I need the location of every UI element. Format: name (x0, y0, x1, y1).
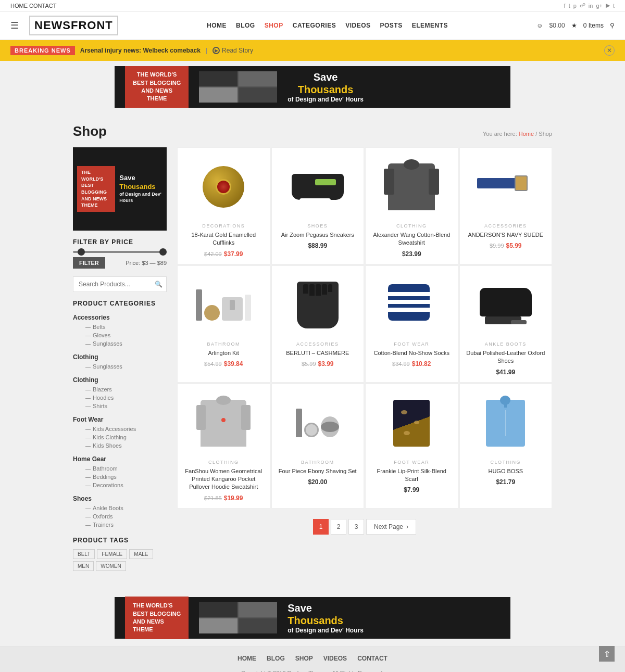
main-nav: HOME BLOG SHOP CATEGORIES VIDEOS POSTS E… (207, 22, 448, 29)
slider-thumb-right[interactable] (159, 248, 167, 256)
rss-icon[interactable]: ▶ (606, 2, 610, 9)
cat-shirts[interactable]: Shirts (79, 402, 167, 410)
nav-shop[interactable]: SHOP (265, 22, 283, 29)
cat-trainers[interactable]: Trainers (79, 521, 167, 529)
footer-blog-link[interactable]: BLOG (267, 655, 285, 662)
product-card-shaving-set[interactable]: BATHROOM Four Piece Ebony Shaving Set $2… (271, 384, 365, 509)
read-story-link[interactable]: ▶ Read Story (213, 47, 253, 54)
cat-clothing-sunglasses[interactable]: Sunglasses (79, 362, 167, 371)
cat-kids-accessories[interactable]: Kids Accessories (79, 425, 167, 433)
product-card-kit[interactable]: BATHROOM Arlington Kit $54.99$39.84 (177, 265, 270, 383)
hamburger-menu[interactable]: ☰ (10, 20, 19, 31)
ad-banner-bottom[interactable]: THE WORLD'S BEST BLOGGING AND NEWS THEME… (115, 597, 510, 639)
product-name-0: 18-Karat Gold Enamelled Cufflinks (183, 231, 265, 247)
breaking-close-button[interactable]: ✕ (604, 45, 615, 56)
header: ☰ NEWSFRONT HOME BLOG SHOP CATEGORIES VI… (0, 11, 625, 40)
cat-sunglasses[interactable]: Sunglasses (79, 339, 167, 348)
price-slider-track[interactable] (73, 251, 167, 253)
cart-amount[interactable]: $0.00 (549, 22, 565, 29)
product-price-1: $88.99 (277, 242, 359, 249)
tumblr-icon[interactable]: t (613, 3, 615, 9)
cat-accessories[interactable]: Accessories (73, 312, 167, 323)
cat-kids-shoes[interactable]: Kids Shoes (79, 441, 167, 450)
footer-contact-link[interactable]: CONTACT (357, 655, 388, 662)
cat-ankle-boots[interactable]: Ankle Boots (79, 504, 167, 512)
cat-blazers[interactable]: Blazers (79, 385, 167, 394)
back-to-top-button[interactable]: ⇧ (599, 646, 615, 662)
sidebar-ad[interactable]: THE WORLD'S BEST BLOGGING AND NEWS THEME… (73, 147, 167, 231)
page-2-button[interactable]: 2 (331, 519, 346, 535)
cat-home-gear[interactable]: Home Gear (73, 454, 167, 464)
cat-belts[interactable]: Belts (79, 323, 167, 331)
instagram-icon[interactable]: ☍ (580, 2, 585, 9)
slider-thumb-left[interactable] (78, 248, 85, 256)
topbar-contact-link[interactable]: CONTACT (29, 3, 56, 9)
breadcrumb-current: Shop (539, 131, 552, 137)
page-3-button[interactable]: 3 (348, 519, 364, 535)
search-icon[interactable]: ⚲ (610, 22, 615, 29)
footer: HOME BLOG SHOP VIDEOS CONTACT Copyright … (0, 646, 625, 672)
page-1-button[interactable]: 1 (313, 519, 329, 535)
product-card-oxford-shoes[interactable]: ANKLE BOOTS Dubai Polished-Leather Oxfor… (459, 265, 553, 383)
product-card-cufflinks[interactable]: DECORATIONS 18-Karat Gold Enamelled Cuff… (177, 147, 270, 264)
pinterest-icon[interactable]: p (573, 3, 577, 9)
product-category-9: BATHROOM (277, 460, 359, 465)
product-card-sneakers[interactable]: SHOES Air Zoom Pegasus Sneakers $88.99 (271, 147, 365, 264)
product-category-3: ACCESSORIES (465, 223, 547, 229)
nav-categories[interactable]: CATEGORIES (293, 22, 336, 29)
cat-kids-clothing[interactable]: Kids Clothing (79, 433, 167, 441)
twitter-icon[interactable]: t (569, 3, 570, 9)
search-input[interactable] (73, 276, 167, 292)
cat-gloves[interactable]: Gloves (79, 331, 167, 339)
sidebar-ad-text: THE WORLD'S BEST BLOGGING AND NEWS THEME (77, 166, 115, 212)
product-category-10: FOOT WEAR (371, 460, 453, 465)
product-card-socks[interactable]: FOOT WEAR Cotton-Blend No-Show Socks $34… (365, 265, 458, 383)
product-card-sweatshirt[interactable]: CLOTHING Alexander Wang Cotton-Blend Swe… (365, 147, 458, 264)
footer-nav: HOME BLOG SHOP VIDEOS CONTACT (10, 655, 615, 662)
tag-men[interactable]: MEN (73, 561, 94, 571)
nav-posts[interactable]: POSTS (380, 22, 403, 29)
tag-belt[interactable]: BELT (73, 549, 95, 559)
search-submit-icon[interactable]: 🔍 (155, 281, 162, 288)
cat-hoodies[interactable]: Hoodies (79, 394, 167, 402)
breadcrumb-home-link[interactable]: Home (519, 131, 534, 137)
cat-shoes[interactable]: Shoes (73, 493, 167, 504)
nav-blog[interactable]: BLOG (236, 22, 255, 29)
next-page-button[interactable]: Next Page › (366, 519, 416, 535)
breaking-separator: | (206, 47, 207, 54)
cat-clothing-sub[interactable]: Clothing (73, 352, 167, 362)
product-card-belt[interactable]: ACCESSORIES ANDERSON'S NAVY SUEDE $9.99$… (459, 147, 553, 264)
product-card-scarf[interactable]: FOOT WEAR Frankie Lip-Print Silk-Blend S… (365, 384, 458, 509)
topbar-home-link[interactable]: HOME (10, 3, 28, 9)
logo[interactable]: NEWSFRONT (29, 16, 118, 35)
cat-decorations[interactable]: Decorations (79, 481, 167, 489)
product-card-hugo-boss[interactable]: CLOTHING HUGO BOSS $21.79 (459, 384, 553, 509)
tag-female[interactable]: FEMALE (97, 549, 127, 559)
product-card-fanshou[interactable]: CLOTHING FanShou Women Geometrical Print… (177, 384, 270, 509)
cart-icon[interactable]: ☺ (536, 22, 543, 29)
search-box[interactable]: 🔍 (73, 276, 167, 292)
cat-oxfords[interactable]: Oxfords (79, 512, 167, 521)
product-category-5: ACCESSORIES (277, 341, 359, 347)
ad-banner-top[interactable]: THE WORLD'S BEST BLOGGING AND NEWS THEME… (115, 66, 510, 108)
footer-shop-link[interactable]: SHOP (295, 655, 313, 662)
googleplus-icon[interactable]: g+ (596, 3, 603, 9)
top-bar-right: f t p ☍ in g+ ▶ t (564, 2, 615, 9)
cat-footwear[interactable]: Foot Wear (73, 414, 167, 425)
facebook-icon[interactable]: f (564, 3, 566, 9)
wishlist-icon[interactable]: ★ (571, 22, 577, 29)
nav-home[interactable]: HOME (207, 22, 227, 29)
tag-male[interactable]: MALE (129, 549, 153, 559)
footer-home-link[interactable]: HOME (238, 655, 256, 662)
cat-bathroom[interactable]: Bathroom (79, 464, 167, 473)
nav-videos[interactable]: VIDEOS (345, 22, 370, 29)
product-card-gloves[interactable]: ACCESSORIES BERLUTI – CASHMERE $5.99$3.9… (271, 265, 365, 383)
cat-clothing[interactable]: Clothing (73, 375, 167, 385)
tag-women[interactable]: WOMEN (96, 561, 126, 571)
linkedin-icon[interactable]: in (589, 3, 593, 9)
filter-button[interactable]: FILTER (73, 257, 105, 269)
nav-elements[interactable]: ELEMENTS (412, 22, 448, 29)
footer-videos-link[interactable]: VIDEOS (323, 655, 347, 662)
shop-header: Shop You are here: Home / Shop (73, 123, 552, 140)
cat-beddings[interactable]: Beddings (79, 473, 167, 481)
